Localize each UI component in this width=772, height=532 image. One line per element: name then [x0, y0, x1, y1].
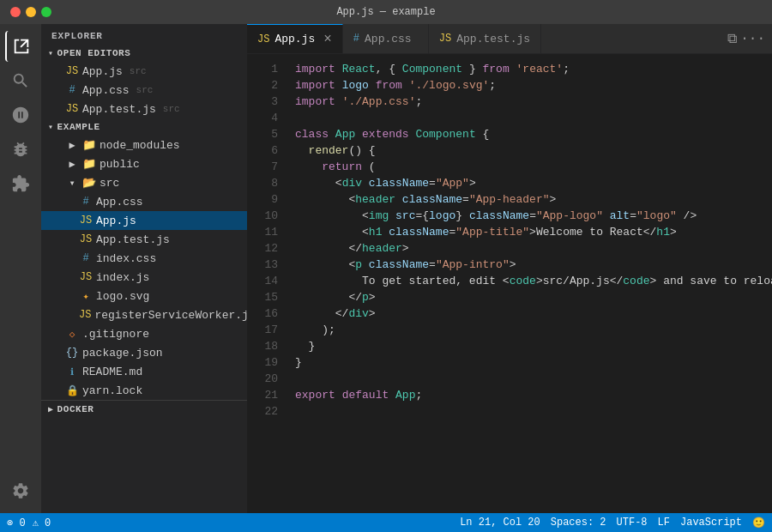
git-activity-icon[interactable]: [5, 100, 36, 130]
sidebar-header: EXPLORER: [41, 24, 247, 45]
main-layout: EXPLORER ▾ OPEN EDITORS JS App.js src # …: [0, 24, 772, 513]
open-editor-apptestjs[interactable]: JS App.test.js src: [41, 100, 247, 118]
example-section[interactable]: ▾ EXAMPLE: [41, 118, 247, 136]
code-content[interactable]: import React, { Component } from 'react'…: [288, 54, 772, 513]
open-editor-apptestjs-name: App.test.js: [82, 103, 156, 116]
docker-section[interactable]: ▶ DOCKER: [41, 400, 247, 418]
code-line-11: <h1 className="App-title">Welcome to Rea…: [295, 224, 772, 240]
status-warnings[interactable]: ⚠ 0: [33, 517, 51, 529]
status-encoding[interactable]: UTF-8: [617, 517, 648, 529]
appjs-label: App.js: [96, 215, 136, 227]
folder-icon-shape: 📁: [82, 138, 96, 152]
git-file-icon: ◇: [65, 329, 79, 340]
window-controls: [10, 7, 51, 17]
tab-appjs-close[interactable]: ×: [323, 32, 332, 47]
tab-apptestjs[interactable]: JS App.test.js: [429, 24, 541, 53]
extensions-activity-icon[interactable]: [5, 168, 36, 199]
code-line-21: export default App;: [295, 387, 772, 403]
yarnlock-file[interactable]: 🔒 yarn.lock: [41, 381, 247, 400]
src-folder[interactable]: ▾ 📂 src: [41, 173, 247, 192]
tab-bar: JS App.js × # App.css JS App.test.js ⧉ ·…: [247, 24, 772, 54]
status-language[interactable]: JavaScript: [680, 517, 742, 529]
tab-spacer: [541, 24, 721, 53]
tab-actions: ⧉ ···: [721, 24, 772, 53]
gitignore-file[interactable]: ◇ .gitignore: [41, 324, 247, 343]
folder-icon-2: ▶: [65, 158, 79, 171]
readme-label: README.md: [82, 366, 142, 378]
tab-appjs-label: App.js: [274, 33, 315, 45]
status-smiley[interactable]: 🙂: [752, 517, 765, 529]
split-editor-icon[interactable]: ⧉: [727, 31, 737, 47]
yarnlock-label: yarn.lock: [82, 384, 142, 397]
gitignore-label: .gitignore: [82, 328, 149, 341]
registerserviceworker-file[interactable]: JS registerServiceWorker.js: [41, 305, 247, 324]
logosvg-file[interactable]: ✦ logo.svg: [41, 287, 247, 305]
maximize-button[interactable]: [41, 7, 51, 17]
js-icon-2: JS: [65, 103, 79, 115]
src-label: src: [100, 177, 119, 190]
code-line-3: import './App.css';: [295, 94, 772, 110]
apptestjs-file[interactable]: JS App.test.js: [41, 230, 247, 249]
status-errors[interactable]: ⊗ 0: [7, 517, 26, 529]
css-icon: #: [65, 84, 79, 96]
code-line-8: <div className="App">: [295, 175, 772, 191]
packagejson-file[interactable]: {} package.json: [41, 343, 247, 362]
open-editor-appcss[interactable]: # App.css src: [41, 81, 247, 100]
code-line-15: </p>: [295, 289, 772, 305]
tab-appjs-icon: JS: [257, 33, 269, 45]
minimize-button[interactable]: [26, 7, 36, 17]
code-line-5: class App extends Component {: [295, 126, 772, 142]
titlebar: App.js — example: [0, 0, 772, 24]
window-title: App.js — example: [336, 6, 435, 18]
settings-activity-icon[interactable]: [5, 475, 36, 506]
open-editor-appjs-name: App.js: [82, 65, 123, 78]
open-editors-section[interactable]: ▾ OPEN EDITORS: [41, 45, 247, 62]
appcss-label: App.css: [96, 196, 143, 209]
status-position[interactable]: Ln 21, Col 20: [460, 517, 540, 529]
code-line-13: <p className="App-intro">: [295, 257, 772, 273]
status-spaces[interactable]: Spaces: 2: [551, 517, 606, 529]
code-line-1: import React, { Component } from 'react'…: [295, 61, 772, 77]
appjs-file[interactable]: JS App.js: [41, 211, 247, 230]
js-icon: JS: [65, 65, 79, 77]
indexjs-file[interactable]: JS index.js: [41, 268, 247, 287]
line-numbers: 1 2 3 4 5 6 7 8 9 10 11 12 13 14 15 16 1…: [247, 54, 288, 513]
code-line-20: [295, 371, 772, 387]
docker-label: DOCKER: [57, 404, 94, 414]
sidebar: EXPLORER ▾ OPEN EDITORS JS App.js src # …: [41, 24, 247, 513]
open-editor-apptestjs-label: src: [163, 104, 180, 114]
tab-appcss[interactable]: # App.css: [343, 24, 429, 53]
appcss-file[interactable]: # App.css: [41, 192, 247, 211]
tab-appcss-icon: #: [353, 33, 359, 45]
code-line-16: </div>: [295, 305, 772, 322]
readme-file[interactable]: ℹ README.md: [41, 362, 247, 381]
folder-icon: ▶: [65, 139, 79, 152]
search-activity-icon[interactable]: [5, 65, 36, 96]
code-line-9: <header className="App-header">: [295, 191, 772, 208]
packagejson-label: package.json: [82, 347, 163, 360]
indexcss-file[interactable]: # index.css: [41, 249, 247, 268]
close-button[interactable]: [10, 7, 21, 17]
open-editor-appjs[interactable]: JS App.js src: [41, 62, 247, 81]
open-editor-appjs-label: src: [130, 66, 147, 76]
explorer-activity-icon[interactable]: [5, 31, 36, 62]
editor-area: JS App.js × # App.css JS App.test.js ⧉ ·…: [247, 24, 772, 513]
open-editor-appcss-name: App.css: [82, 84, 130, 97]
node-modules-folder[interactable]: ▶ 📁 node_modules: [41, 136, 247, 154]
code-line-22: [295, 403, 772, 420]
docker-arrow: ▶: [48, 404, 54, 414]
json-icon: {}: [65, 347, 79, 359]
code-line-10: <img src={logo} className="App-logo" alt…: [295, 208, 772, 224]
public-label: public: [100, 158, 140, 171]
css-file-icon: #: [79, 196, 93, 208]
public-folder[interactable]: ▶ 📁 public: [41, 154, 247, 173]
more-actions-icon[interactable]: ···: [740, 31, 765, 46]
status-eol[interactable]: LF: [658, 517, 670, 529]
js-file-icon: JS: [79, 215, 93, 227]
debug-activity-icon[interactable]: [5, 134, 36, 165]
css-index-icon: #: [79, 252, 93, 264]
code-line-19: }: [295, 354, 772, 371]
code-line-6: render() {: [295, 142, 772, 159]
tab-appjs[interactable]: JS App.js ×: [247, 24, 343, 53]
code-line-17: );: [295, 322, 772, 338]
